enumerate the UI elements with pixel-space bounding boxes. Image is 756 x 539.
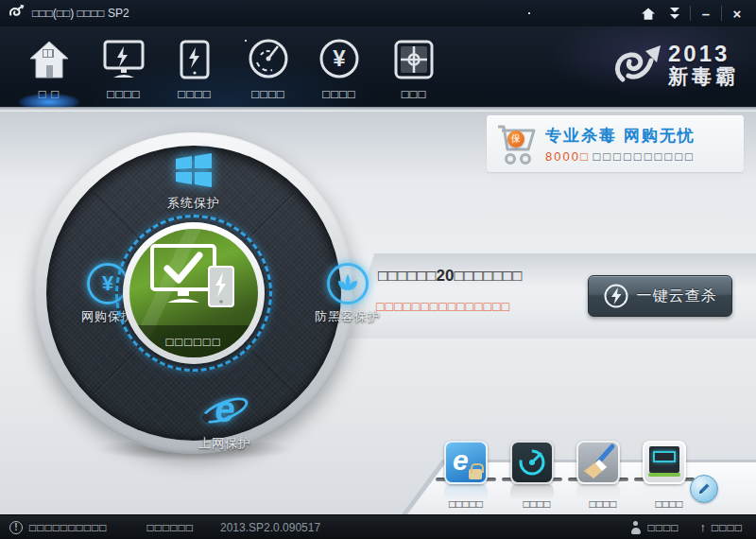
tray-app-browser-protect[interactable]: e [444,441,488,484]
leaf-glow-icon [327,263,369,304]
nav-label: □ □ [13,87,85,101]
title-bar: □□□(□□) □□□□ SP2 – × [0,0,756,26]
main-nav: □ □ □□□□ □□□□ [0,26,756,107]
nav-bottom-bevel [0,107,756,112]
home-window-button[interactable] [635,2,662,25]
tray-app-label: □□□□□ [428,497,504,511]
lightning-circle-icon [604,284,628,308]
broom-icon [578,443,618,482]
nav-item-home[interactable]: □ □ [13,34,85,101]
base-bar [648,473,680,477]
tray-app-cleaner[interactable] [576,441,620,484]
dial-segment-antihacker[interactable]: 防黑客保护 [282,263,414,325]
nav-label: □□□□ [159,87,231,101]
home-icon [642,8,655,20]
windows-icon [175,153,213,187]
toolbox-grid-icon [378,34,450,79]
guard-badge: 保 [507,130,524,148]
divider [690,6,691,21]
app-logo-icon [8,4,26,23]
cloud-scan-label: 一键云查杀 [637,287,717,306]
nav-item-mobile-scan[interactable]: □□□□ [159,34,231,101]
lock-icon [469,469,482,479]
brand-name: 新毒霸 [668,65,739,88]
devices-check-icon [146,242,241,320]
account-link[interactable]: □□□□ [648,521,679,534]
tray-app-repair[interactable] [510,441,554,484]
statusbar-right: □□□□ ↑ □□□□ [631,520,756,534]
ie-icon: e [453,444,469,477]
double-chevron-down-icon [670,8,679,19]
tray-app-label: □□□□ [565,497,641,511]
brand-year: 2013 [668,43,739,65]
user-icon [631,521,641,534]
status-bar: ! □□□□□□□□□□ □□□□□□ 2013.SP2.0.090517 □□… [0,514,756,539]
monitor-lightning-icon [88,34,160,79]
svg-text:¥: ¥ [333,45,346,71]
promo-counter-text: □□□□□□□□□□ [593,149,696,164]
title-group: □□□(□□) □□□□ SP2 [0,0,129,26]
promo-counter: 8000□ □□□□□□□□□□ [545,149,696,164]
nav-label: □□□□ [303,87,375,101]
brand-swirl-icon [610,38,668,93]
radar-icon [232,34,304,79]
up-arrow-icon: ↑ [700,520,707,534]
close-button[interactable]: × [724,2,750,25]
brand-logo: 2013 新毒霸 [610,38,739,93]
dial-segment-system[interactable]: 系统保护 [128,153,260,212]
main-menu-button[interactable] [662,2,688,25]
nav-item-shopping-guard[interactable]: ¥ □□□□ [303,34,375,101]
keyboard-icon [653,451,676,462]
tray-app-label: □□□□ [499,497,575,511]
alert-circle-icon: ! [9,521,23,534]
dial-center[interactable]: □□□□□□ [129,229,258,357]
window-controls: – × [635,0,750,26]
tray-app-keyboard-guard[interactable] [643,441,686,484]
tablet-lightning-icon [159,34,231,79]
protection-dial: 系统保护 ¥ 网购保护 防黑客保护 e 上网保护 [33,132,354,454]
promo-counter-number: 8000□ [545,149,590,164]
ie-glow-icon: e [200,390,249,431]
cloud-scan-button[interactable]: 一键云查杀 [588,275,732,317]
nav-label: □□□ [378,87,450,101]
nav-label: □□□□ [232,87,304,101]
yen-circle-icon: ¥ [303,34,375,79]
divider [721,6,722,21]
segment-label: 上网保护 [159,435,291,452]
pencil-icon [696,481,712,496]
wrench-radar-icon [512,443,552,482]
home-icon [13,34,85,79]
edit-tray-button[interactable] [690,475,718,503]
dial-segment-web[interactable]: e 上网保护 [159,390,291,452]
nav-item-pc-scan[interactable]: □□□□ [88,34,160,101]
update-link[interactable]: □□□□ [712,521,743,534]
promo-banner[interactable]: 保 专业杀毒 网购无忧 8000□ □□□□□□□□□□ [487,115,744,172]
segment-label: 防黑客保护 [282,308,414,325]
version-text: 2013.SP2.0.090517 [220,521,320,534]
minimize-button[interactable]: – [693,2,719,25]
promo-headline: 专业杀毒 网购无忧 [545,125,696,147]
statusbar-message: □□□□□□□□□□ [29,521,107,534]
segment-label: 系统保护 [128,195,260,212]
nav-item-protection[interactable]: □□□□ [232,34,304,101]
nav-item-toolbox[interactable]: □□□ [378,34,450,101]
statusbar-secondary[interactable]: □□□□□□ [146,521,194,534]
window-title: □□□(□□) □□□□ SP2 [32,0,129,26]
nav-label: □□□□ [88,87,160,101]
